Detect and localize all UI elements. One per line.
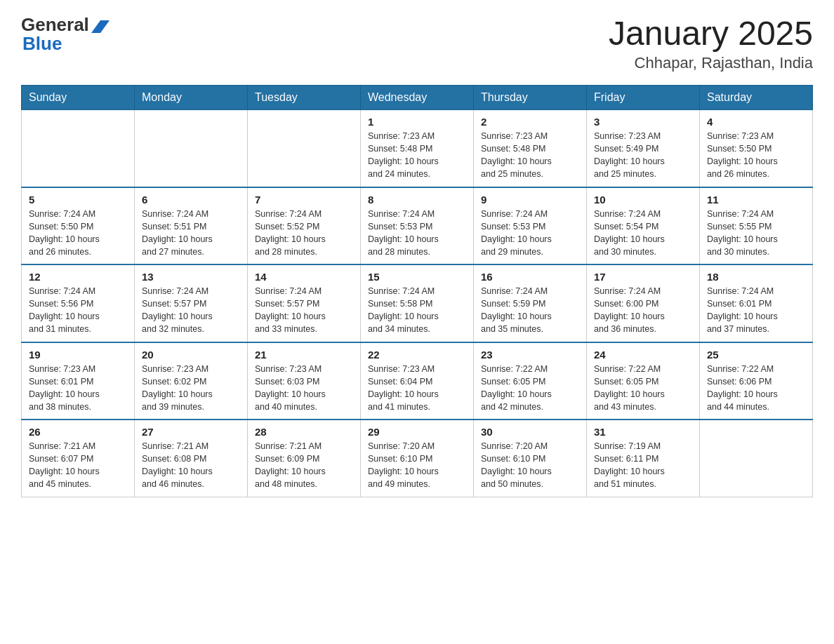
day-info: Sunrise: 7:23 AM Sunset: 6:04 PM Dayligh…	[368, 363, 466, 414]
week-row-5: 26Sunrise: 7:21 AM Sunset: 6:07 PM Dayli…	[22, 420, 813, 497]
day-info: Sunrise: 7:24 AM Sunset: 6:01 PM Dayligh…	[707, 285, 805, 336]
day-info: Sunrise: 7:24 AM Sunset: 6:00 PM Dayligh…	[594, 285, 692, 336]
page-header: General Blue January 2025 Chhapar, Rajas…	[21, 14, 813, 72]
day-info: Sunrise: 7:24 AM Sunset: 5:56 PM Dayligh…	[29, 285, 127, 336]
day-number: 16	[481, 271, 579, 283]
day-info: Sunrise: 7:21 AM Sunset: 6:09 PM Dayligh…	[255, 440, 353, 491]
week-row-4: 19Sunrise: 7:23 AM Sunset: 6:01 PM Dayli…	[22, 342, 813, 420]
day-info: Sunrise: 7:21 AM Sunset: 6:08 PM Dayligh…	[142, 440, 240, 491]
day-info: Sunrise: 7:24 AM Sunset: 5:54 PM Dayligh…	[594, 208, 692, 259]
calendar-cell: 8Sunrise: 7:24 AM Sunset: 5:53 PM Daylig…	[361, 187, 474, 265]
col-tuesday: Tuesday	[248, 86, 361, 110]
col-monday: Monday	[135, 86, 248, 110]
week-row-2: 5Sunrise: 7:24 AM Sunset: 5:50 PM Daylig…	[22, 187, 813, 265]
calendar-cell: 24Sunrise: 7:22 AM Sunset: 6:05 PM Dayli…	[587, 342, 700, 420]
day-info: Sunrise: 7:24 AM Sunset: 5:53 PM Dayligh…	[481, 208, 579, 259]
calendar-cell: 25Sunrise: 7:22 AM Sunset: 6:06 PM Dayli…	[700, 342, 813, 420]
calendar-cell: 30Sunrise: 7:20 AM Sunset: 6:10 PM Dayli…	[474, 420, 587, 497]
day-number: 13	[142, 271, 240, 283]
day-number: 19	[29, 349, 127, 361]
day-info: Sunrise: 7:24 AM Sunset: 5:59 PM Dayligh…	[481, 285, 579, 336]
day-number: 22	[368, 349, 466, 361]
day-number: 18	[707, 271, 805, 283]
day-info: Sunrise: 7:20 AM Sunset: 6:10 PM Dayligh…	[368, 440, 466, 491]
calendar-cell: 17Sunrise: 7:24 AM Sunset: 6:00 PM Dayli…	[587, 264, 700, 342]
title-area: January 2025 Chhapar, Rajasthan, India	[609, 14, 813, 72]
day-number: 26	[29, 426, 127, 438]
col-wednesday: Wednesday	[361, 86, 474, 110]
calendar-cell: 18Sunrise: 7:24 AM Sunset: 6:01 PM Dayli…	[700, 264, 813, 342]
calendar-cell: 20Sunrise: 7:23 AM Sunset: 6:02 PM Dayli…	[135, 342, 248, 420]
day-number: 23	[481, 349, 579, 361]
day-info: Sunrise: 7:24 AM Sunset: 5:53 PM Dayligh…	[368, 208, 466, 259]
calendar-cell: 11Sunrise: 7:24 AM Sunset: 5:55 PM Dayli…	[700, 187, 813, 265]
day-number: 2	[481, 116, 579, 128]
day-info: Sunrise: 7:23 AM Sunset: 5:48 PM Dayligh…	[481, 130, 579, 181]
day-info: Sunrise: 7:24 AM Sunset: 5:50 PM Dayligh…	[29, 208, 127, 259]
day-info: Sunrise: 7:20 AM Sunset: 6:10 PM Dayligh…	[481, 440, 579, 491]
calendar-cell: 19Sunrise: 7:23 AM Sunset: 6:01 PM Dayli…	[22, 342, 135, 420]
day-info: Sunrise: 7:24 AM Sunset: 5:51 PM Dayligh…	[142, 208, 240, 259]
day-number: 11	[707, 194, 805, 206]
logo: General Blue	[21, 14, 110, 55]
day-info: Sunrise: 7:23 AM Sunset: 6:03 PM Dayligh…	[255, 363, 353, 414]
day-number: 25	[707, 349, 805, 361]
calendar-cell: 1Sunrise: 7:23 AM Sunset: 5:48 PM Daylig…	[361, 110, 474, 187]
calendar-cell: 4Sunrise: 7:23 AM Sunset: 5:50 PM Daylig…	[700, 110, 813, 187]
calendar-table: Sunday Monday Tuesday Wednesday Thursday…	[21, 85, 813, 497]
day-number: 31	[594, 426, 692, 438]
day-number: 24	[594, 349, 692, 361]
week-row-3: 12Sunrise: 7:24 AM Sunset: 5:56 PM Dayli…	[22, 264, 813, 342]
calendar-cell	[22, 110, 135, 187]
calendar-cell: 22Sunrise: 7:23 AM Sunset: 6:04 PM Dayli…	[361, 342, 474, 420]
day-info: Sunrise: 7:24 AM Sunset: 5:52 PM Dayligh…	[255, 208, 353, 259]
day-number: 5	[29, 194, 127, 206]
calendar-cell: 28Sunrise: 7:21 AM Sunset: 6:09 PM Dayli…	[248, 420, 361, 497]
calendar-cell: 13Sunrise: 7:24 AM Sunset: 5:57 PM Dayli…	[135, 264, 248, 342]
day-number: 4	[707, 116, 805, 128]
calendar-cell: 26Sunrise: 7:21 AM Sunset: 6:07 PM Dayli…	[22, 420, 135, 497]
day-info: Sunrise: 7:23 AM Sunset: 5:48 PM Dayligh…	[368, 130, 466, 181]
calendar-cell: 14Sunrise: 7:24 AM Sunset: 5:57 PM Dayli…	[248, 264, 361, 342]
calendar-cell: 15Sunrise: 7:24 AM Sunset: 5:58 PM Dayli…	[361, 264, 474, 342]
calendar-cell: 16Sunrise: 7:24 AM Sunset: 5:59 PM Dayli…	[474, 264, 587, 342]
day-number: 7	[255, 194, 353, 206]
day-info: Sunrise: 7:23 AM Sunset: 6:01 PM Dayligh…	[29, 363, 127, 414]
day-info: Sunrise: 7:24 AM Sunset: 5:55 PM Dayligh…	[707, 208, 805, 259]
calendar-cell: 29Sunrise: 7:20 AM Sunset: 6:10 PM Dayli…	[361, 420, 474, 497]
day-number: 15	[368, 271, 466, 283]
calendar-cell: 7Sunrise: 7:24 AM Sunset: 5:52 PM Daylig…	[248, 187, 361, 265]
calendar-cell: 31Sunrise: 7:19 AM Sunset: 6:11 PM Dayli…	[587, 420, 700, 497]
day-number: 9	[481, 194, 579, 206]
month-title: January 2025	[609, 14, 813, 53]
calendar-cell	[135, 110, 248, 187]
day-info: Sunrise: 7:24 AM Sunset: 5:58 PM Dayligh…	[368, 285, 466, 336]
day-info: Sunrise: 7:24 AM Sunset: 5:57 PM Dayligh…	[142, 285, 240, 336]
col-friday: Friday	[587, 86, 700, 110]
day-number: 6	[142, 194, 240, 206]
calendar-cell: 27Sunrise: 7:21 AM Sunset: 6:08 PM Dayli…	[135, 420, 248, 497]
day-number: 27	[142, 426, 240, 438]
day-info: Sunrise: 7:19 AM Sunset: 6:11 PM Dayligh…	[594, 440, 692, 491]
day-number: 29	[368, 426, 466, 438]
day-info: Sunrise: 7:22 AM Sunset: 6:05 PM Dayligh…	[594, 363, 692, 414]
day-info: Sunrise: 7:23 AM Sunset: 5:50 PM Dayligh…	[707, 130, 805, 181]
col-saturday: Saturday	[700, 86, 813, 110]
location-title: Chhapar, Rajasthan, India	[609, 54, 813, 72]
calendar-cell: 12Sunrise: 7:24 AM Sunset: 5:56 PM Dayli…	[22, 264, 135, 342]
day-info: Sunrise: 7:21 AM Sunset: 6:07 PM Dayligh…	[29, 440, 127, 491]
day-number: 28	[255, 426, 353, 438]
day-info: Sunrise: 7:23 AM Sunset: 5:49 PM Dayligh…	[594, 130, 692, 181]
calendar-cell: 2Sunrise: 7:23 AM Sunset: 5:48 PM Daylig…	[474, 110, 587, 187]
logo-blue-text: Blue	[22, 33, 62, 54]
day-number: 3	[594, 116, 692, 128]
day-info: Sunrise: 7:22 AM Sunset: 6:05 PM Dayligh…	[481, 363, 579, 414]
calendar-cell: 9Sunrise: 7:24 AM Sunset: 5:53 PM Daylig…	[474, 187, 587, 265]
col-sunday: Sunday	[22, 86, 135, 110]
calendar-cell: 10Sunrise: 7:24 AM Sunset: 5:54 PM Dayli…	[587, 187, 700, 265]
day-number: 20	[142, 349, 240, 361]
calendar-cell: 5Sunrise: 7:24 AM Sunset: 5:50 PM Daylig…	[22, 187, 135, 265]
day-info: Sunrise: 7:23 AM Sunset: 6:02 PM Dayligh…	[142, 363, 240, 414]
day-number: 8	[368, 194, 466, 206]
day-number: 17	[594, 271, 692, 283]
